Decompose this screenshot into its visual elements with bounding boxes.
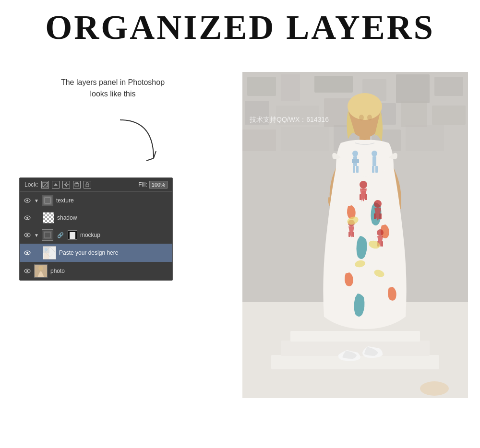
arrow-icon <box>115 115 173 173</box>
eye-icon[interactable] <box>24 197 31 204</box>
layer-thumb-mockup-mask <box>68 230 77 240</box>
link-icon: 🔗 <box>57 232 64 238</box>
chevron-icon[interactable]: ▼ <box>34 198 39 203</box>
photo-background: 技术支持QQ/WX：614316 <box>242 72 468 398</box>
svg-point-5 <box>65 184 67 186</box>
svg-rect-86 <box>352 159 359 163</box>
svg-rect-85 <box>356 166 359 173</box>
fill-value[interactable]: 100% <box>149 181 168 189</box>
lock-position-icon[interactable] <box>62 181 70 189</box>
layer-name-design: Paste your design here <box>59 249 168 256</box>
chevron-icon[interactable]: ▼ <box>34 233 39 238</box>
layer-row[interactable]: ▼ 🔗 mockup <box>20 226 172 244</box>
eye-icon[interactable] <box>24 231 31 239</box>
svg-point-18 <box>26 217 28 219</box>
layers-toolbar: Lock: <box>20 178 172 192</box>
svg-point-20 <box>26 234 28 236</box>
svg-rect-30 <box>44 253 49 259</box>
svg-point-29 <box>45 248 48 251</box>
svg-rect-66 <box>365 194 367 200</box>
svg-rect-71 <box>379 213 382 219</box>
svg-rect-12 <box>86 184 89 187</box>
lock-transparency-icon[interactable] <box>41 181 49 189</box>
svg-point-69 <box>374 200 382 208</box>
lock-artboard-icon[interactable] <box>73 181 81 189</box>
svg-point-60 <box>348 93 382 120</box>
svg-rect-11 <box>76 182 78 184</box>
left-section: The layers panel in Photoshop looks like… <box>19 77 202 109</box>
svg-rect-77 <box>381 241 383 247</box>
watermark: 技术支持QQ/WX：614316 <box>250 115 329 124</box>
svg-point-34 <box>38 266 43 271</box>
fill-label: Fill: <box>138 181 147 188</box>
svg-rect-24 <box>70 232 75 239</box>
layer-thumb-texture <box>42 195 53 206</box>
layers-list: ▼ texture shadow <box>20 192 172 280</box>
eye-icon[interactable] <box>24 214 31 222</box>
layer-name-shadow: shadow <box>57 214 168 221</box>
arrow-container <box>115 115 173 173</box>
layer-name-texture: texture <box>56 197 168 204</box>
layer-row[interactable]: ▼ texture <box>20 192 172 209</box>
svg-point-87 <box>372 151 377 156</box>
layer-thumb-photo <box>34 264 48 278</box>
description-text: The layers panel in Photoshop looks like… <box>24 77 202 100</box>
eye-icon[interactable] <box>24 267 31 275</box>
svg-line-0 <box>146 158 154 161</box>
svg-rect-74 <box>352 232 354 237</box>
layer-name-mockup: mockup <box>80 232 168 238</box>
page-title: ORGANIZED LAYERS <box>0 0 480 47</box>
svg-rect-73 <box>348 232 350 237</box>
svg-point-64 <box>360 181 367 189</box>
lock-image-icon[interactable] <box>52 181 60 189</box>
layer-row-active[interactable]: Paste your design here <box>20 244 172 262</box>
layer-name-photo: photo <box>50 268 168 274</box>
layer-thumb-shadow <box>43 212 54 224</box>
layer-thumb-design <box>43 246 56 259</box>
svg-rect-70 <box>374 213 376 219</box>
layer-thumb-mockup <box>42 229 53 241</box>
svg-rect-88 <box>372 156 376 166</box>
layers-panel: Lock: <box>19 177 173 281</box>
svg-point-14 <box>26 200 28 201</box>
fill-section: Fill: 100% <box>138 181 168 189</box>
layer-row[interactable]: photo <box>20 262 172 280</box>
lock-all-icon[interactable] <box>84 181 91 189</box>
svg-point-62 <box>367 115 372 120</box>
svg-point-75 <box>377 229 384 236</box>
svg-rect-84 <box>353 166 355 173</box>
svg-point-32 <box>26 270 28 272</box>
photo-container: 技术支持QQ/WX：614316 <box>242 72 468 398</box>
svg-rect-90 <box>375 166 378 173</box>
svg-rect-89 <box>372 166 374 173</box>
eye-icon[interactable] <box>24 249 31 257</box>
svg-point-82 <box>352 151 358 156</box>
lock-label: Lock: <box>24 181 38 188</box>
layer-row[interactable]: shadow <box>20 209 172 226</box>
svg-point-26 <box>26 252 28 254</box>
svg-point-61 <box>359 115 364 120</box>
